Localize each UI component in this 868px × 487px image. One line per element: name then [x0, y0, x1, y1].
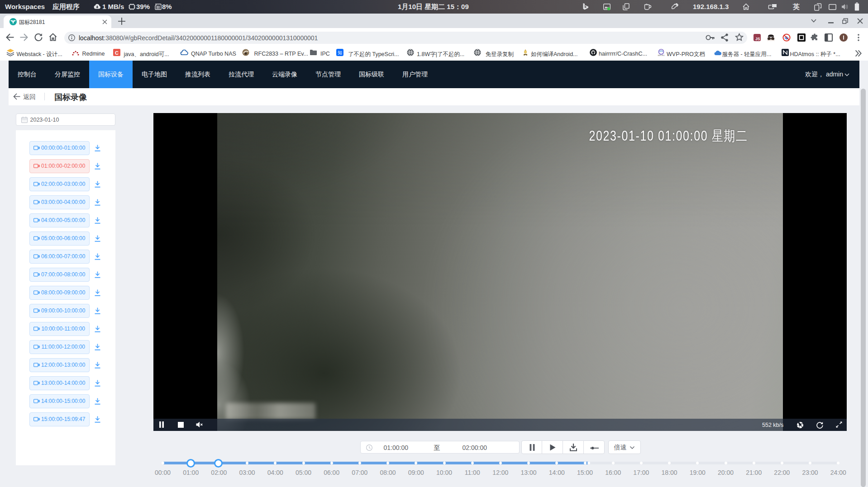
- svg-text:WVP-PRO: WVP-PRO: [658, 55, 665, 57]
- svg-text:C: C: [115, 50, 119, 56]
- svg-text:JS: JS: [755, 37, 760, 41]
- svg-text:知: 知: [338, 50, 342, 55]
